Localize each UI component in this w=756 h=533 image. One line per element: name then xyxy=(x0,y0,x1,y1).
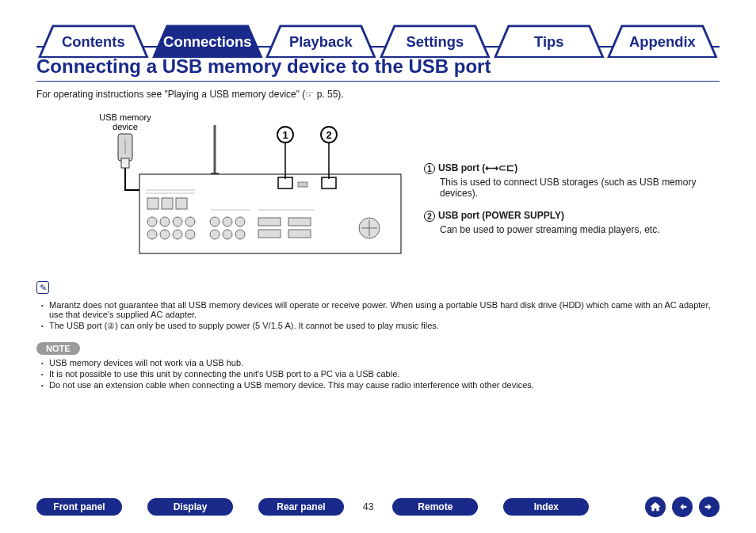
nav-remote[interactable]: Remote xyxy=(392,498,478,516)
usb-label-2: device xyxy=(113,122,138,131)
nav-front-panel[interactable]: Front panel xyxy=(36,498,122,516)
svg-point-22 xyxy=(235,230,245,239)
tab-settings[interactable]: Settings xyxy=(379,24,491,46)
tab-label: Tips xyxy=(534,33,564,50)
callout-item: 2USB port (POWER SUPPLY) Can be used to … xyxy=(424,210,720,235)
tab-connections[interactable]: Connections xyxy=(151,24,264,46)
intro-prefix: For operating instructions see xyxy=(36,89,164,100)
prev-page-button[interactable] xyxy=(672,497,693,517)
callout-head-text: USB port (POWER SUPPLY) xyxy=(438,210,564,221)
receiver-rear-panel xyxy=(139,174,401,253)
svg-point-15 xyxy=(173,230,182,239)
tab-label: Appendix xyxy=(629,33,697,50)
nav-rear-panel[interactable]: Rear panel xyxy=(258,498,344,516)
svg-rect-24 xyxy=(258,230,281,238)
callout-item: 1USB port (⟷⊂⊏) This is used to connect … xyxy=(424,162,720,199)
callout-body-text: Can be used to power streaming media pla… xyxy=(440,224,720,235)
svg-point-19 xyxy=(235,217,245,227)
svg-rect-23 xyxy=(258,218,281,226)
svg-rect-26 xyxy=(288,230,311,238)
svg-text:2: 2 xyxy=(326,129,331,141)
tab-label: Playback xyxy=(289,33,353,50)
usb-stick-icon xyxy=(118,134,132,168)
svg-rect-1 xyxy=(121,158,129,168)
diagram-callout-marker-1: 1 xyxy=(277,127,293,143)
svg-rect-36 xyxy=(298,182,307,187)
tab-playback[interactable]: Playback xyxy=(265,24,377,46)
tab-label: Settings xyxy=(407,33,464,50)
svg-point-11 xyxy=(173,217,182,227)
antenna-icon xyxy=(211,125,219,179)
tip-block: ✎ Marantz does not guarantee that all US… xyxy=(36,281,720,333)
connection-diagram: USB memory device xyxy=(36,111,409,265)
diagram-callout-marker-2: 2 xyxy=(321,127,337,143)
intro-link[interactable]: "Playing a USB memory device" (☞ p. 55) xyxy=(164,89,341,100)
callout-head-text: USB port (⟷⊂⊏) xyxy=(438,162,517,173)
svg-point-21 xyxy=(223,230,232,239)
svg-rect-34 xyxy=(278,177,292,188)
home-button[interactable] xyxy=(645,497,666,517)
tab-contents[interactable]: Contents xyxy=(37,24,150,46)
svg-rect-7 xyxy=(162,198,173,209)
home-icon xyxy=(649,501,662,513)
tab-label: Contents xyxy=(62,33,125,50)
callout-number-icon: 1 xyxy=(424,163,435,174)
svg-rect-5 xyxy=(139,174,401,253)
svg-point-18 xyxy=(223,217,232,227)
nav-index[interactable]: Index xyxy=(503,498,589,516)
next-page-button[interactable] xyxy=(699,497,720,517)
page-number: 43 xyxy=(363,501,373,512)
usb-label-1: USB memory xyxy=(99,112,151,122)
svg-rect-35 xyxy=(322,177,336,188)
note-block: NOTE USB memory devices will not work vi… xyxy=(36,342,720,391)
callout-number-icon: 2 xyxy=(424,211,435,222)
arrow-right-icon xyxy=(703,501,716,513)
svg-rect-6 xyxy=(147,198,158,209)
note-list: USB memory devices will not work via a U… xyxy=(41,358,720,390)
top-tabs: Contents Connections Playback Settings T… xyxy=(36,24,720,48)
svg-point-9 xyxy=(147,217,157,227)
note-item: USB memory devices will not work via a U… xyxy=(41,358,720,367)
pencil-icon: ✎ xyxy=(36,281,49,294)
tab-appendix[interactable]: Appendix xyxy=(606,24,719,46)
tip-item: The USB port (②) can only be used to sup… xyxy=(41,321,720,331)
tip-item: Marantz does not guarantee that all USB … xyxy=(41,300,720,319)
tip-list: Marantz does not guarantee that all USB … xyxy=(41,300,720,331)
svg-text:1: 1 xyxy=(282,129,288,141)
svg-point-12 xyxy=(185,217,195,227)
bottom-nav: Front panel Display Rear panel 43 Remote… xyxy=(36,497,720,517)
note-item: It is not possible to use this unit by c… xyxy=(41,369,720,379)
tab-label: Connections xyxy=(163,33,251,50)
note-badge: NOTE xyxy=(36,342,80,355)
svg-point-16 xyxy=(185,230,195,239)
svg-point-20 xyxy=(210,230,220,239)
svg-point-13 xyxy=(147,230,157,239)
intro-text: For operating instructions see "Playing … xyxy=(36,89,720,100)
svg-point-10 xyxy=(160,217,170,227)
svg-rect-25 xyxy=(288,218,311,226)
callout-list: 1USB port (⟷⊂⊏) This is used to connect … xyxy=(424,162,720,246)
callout-body-text: This is used to connect USB storages (su… xyxy=(440,177,720,199)
note-item: Do not use an extension cable when conne… xyxy=(41,380,720,390)
nav-display[interactable]: Display xyxy=(147,498,233,516)
svg-point-17 xyxy=(210,217,220,227)
tab-tips[interactable]: Tips xyxy=(493,24,605,46)
page-title: Connecting a USB memory device to the US… xyxy=(36,55,720,82)
svg-rect-8 xyxy=(176,198,187,209)
intro-suffix: . xyxy=(341,89,343,100)
arrow-left-icon xyxy=(676,501,689,513)
svg-point-14 xyxy=(160,230,170,239)
